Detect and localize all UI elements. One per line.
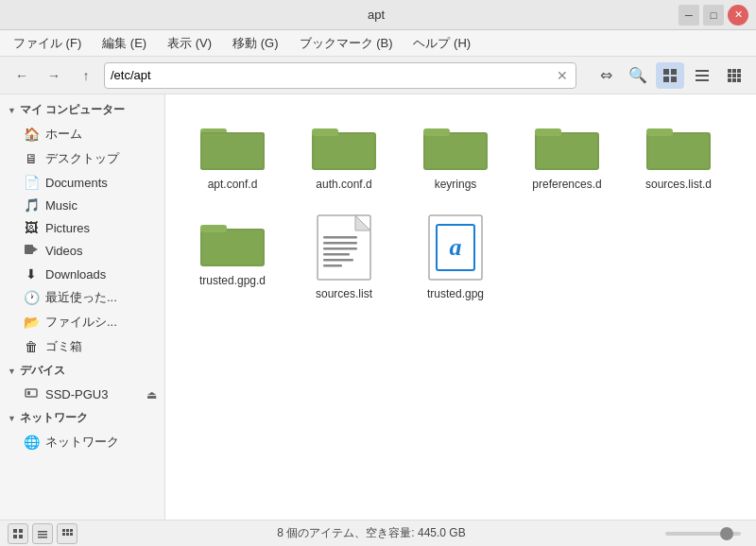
file-item-trusted-gpg-d[interactable]: trusted.gpg.d — [180, 206, 284, 308]
status-bar: 8 個のアイテム、空き容量: 445.0 GB — [0, 520, 756, 546]
svg-rect-4 — [696, 70, 709, 72]
svg-rect-41 — [323, 236, 357, 239]
svg-rect-38 — [202, 230, 263, 264]
file-label-trusted-gpg-d: trusted.gpg.d — [199, 274, 266, 287]
sidebar-section-network[interactable]: ▼ ネットワーク — [0, 406, 164, 430]
file-item-preferences-d[interactable]: preferences.d — [515, 110, 619, 198]
svg-rect-10 — [728, 74, 731, 77]
minimize-button[interactable]: ─ — [679, 5, 699, 26]
sidebar-item-music[interactable]: 🎵 Music — [0, 194, 164, 216]
section-triangle-computer: ▼ — [8, 106, 16, 115]
window-controls: ─ □ ✕ — [679, 5, 748, 26]
svg-rect-42 — [323, 242, 357, 245]
file-item-trusted-gpg[interactable]: a trusted.gpg — [404, 206, 507, 308]
sidebar-item-recent[interactable]: 🕐 最近使った... — [0, 285, 164, 310]
section-triangle-devices: ▼ — [8, 367, 16, 376]
sidebar-section-devices[interactable]: ▼ デバイス — [0, 359, 164, 383]
sidebar-item-pictures[interactable]: 🖼 Pictures — [0, 216, 164, 239]
file-item-apt-conf-d[interactable]: apt.conf.d — [180, 110, 284, 198]
main-layout: ▼ マイ コンピューター 🏠 ホーム 🖥 デスクトップ 📄 Documents … — [0, 94, 756, 520]
status-btn-3[interactable] — [57, 523, 77, 544]
sidebar-section-computer[interactable]: ▼ マイ コンピューター — [0, 98, 164, 122]
svg-text:a: a — [450, 233, 462, 261]
status-btn-1[interactable] — [8, 523, 28, 544]
file-item-keyrings[interactable]: keyrings — [404, 110, 507, 198]
menu-item-edit[interactable]: 編集 (E) — [93, 32, 156, 55]
eject-button[interactable]: ⏏ — [146, 388, 157, 401]
file-label-keyrings: keyrings — [435, 178, 477, 191]
svg-rect-53 — [19, 535, 23, 538]
menu-item-file[interactable]: ファイル (F) — [4, 32, 91, 55]
zoom-thumb[interactable] — [720, 527, 733, 540]
trash-icon: 🗑 — [23, 339, 40, 354]
svg-rect-61 — [66, 533, 69, 536]
svg-rect-57 — [62, 529, 65, 532]
svg-rect-43 — [323, 247, 357, 250]
menu-item-move[interactable]: 移動 (G) — [223, 32, 287, 55]
sidebar-item-videos[interactable]: Videos — [0, 239, 164, 263]
sidebar-item-trash[interactable]: 🗑 ゴミ箱 — [0, 334, 164, 359]
status-bar-text: 8 個のアイテム、空き容量: 445.0 GB — [85, 525, 658, 541]
file-label-auth-conf-d: auth.conf.d — [316, 178, 371, 191]
document-icon-sources-list — [316, 213, 372, 282]
folder-icon-keyrings — [421, 117, 490, 174]
file-item-sources-list[interactable]: sources.list — [292, 206, 396, 308]
menu-item-bookmark[interactable]: ブックマーク (B) — [290, 32, 403, 55]
section-triangle-network: ▼ — [8, 414, 16, 423]
sidebar-item-network[interactable]: 🌐 ネットワーク — [0, 430, 164, 454]
svg-rect-55 — [38, 534, 47, 536]
grid-view-button[interactable] — [656, 62, 684, 89]
svg-rect-3 — [671, 77, 677, 82]
svg-rect-7 — [728, 69, 731, 73]
folder-icon-trusted-gpg-d — [198, 213, 266, 270]
folder-icon-preferences-d — [533, 117, 601, 174]
status-bar-left — [8, 523, 77, 544]
menu-item-view[interactable]: 表示 (V) — [158, 32, 221, 55]
maximize-button[interactable]: □ — [703, 5, 724, 26]
svg-rect-23 — [202, 134, 263, 168]
svg-rect-0 — [663, 69, 669, 75]
ssd-icon — [23, 386, 40, 402]
network-icon: 🌐 — [23, 435, 40, 450]
address-input[interactable] — [111, 68, 555, 82]
svg-rect-5 — [696, 75, 709, 77]
sidebar-item-ssd[interactable]: SSD-PGU3 ⏏ — [0, 383, 164, 406]
svg-rect-2 — [663, 77, 669, 82]
address-clear-button[interactable]: ✕ — [555, 66, 570, 85]
svg-rect-14 — [732, 78, 736, 82]
svg-marker-17 — [33, 247, 38, 252]
sidebar-section-network-label: ネットワーク — [20, 410, 88, 426]
svg-rect-51 — [19, 529, 23, 533]
file-item-sources-list-d[interactable]: sources.list.d — [627, 110, 730, 198]
svg-rect-45 — [323, 259, 353, 262]
list-view-button[interactable] — [688, 62, 716, 89]
sidebar-item-ssd-label: SSD-PGU3 — [45, 387, 108, 401]
downloads-icon: ⬇ — [23, 266, 40, 282]
zoom-slider[interactable] — [665, 532, 741, 536]
back-button[interactable]: ← — [8, 62, 36, 89]
search-button[interactable]: 🔍 — [624, 62, 652, 89]
sidebar-item-desktop[interactable]: 🖥 デスクトップ — [0, 146, 164, 171]
sidebar-item-downloads[interactable]: ⬇ Downloads — [0, 263, 164, 285]
up-button[interactable]: ↑ — [72, 62, 100, 89]
sidebar-item-filesystem[interactable]: 📂 ファイルシ... — [0, 310, 164, 334]
close-button[interactable]: ✕ — [728, 5, 748, 26]
sidebar-item-documents[interactable]: 📄 Documents — [0, 171, 164, 194]
sidebar-item-home[interactable]: 🏠 ホーム — [0, 122, 164, 146]
tile-view-button[interactable] — [720, 62, 748, 89]
file-item-auth-conf-d[interactable]: auth.conf.d — [292, 110, 396, 198]
svg-rect-15 — [737, 78, 741, 82]
sidebar-item-documents-label: Documents — [45, 176, 108, 190]
recent-icon: 🕐 — [23, 290, 40, 305]
menu-item-help[interactable]: ヘルプ (H) — [404, 32, 480, 55]
sidebar-item-recent-label: 最近使った... — [45, 289, 117, 306]
forward-button[interactable]: → — [40, 62, 68, 89]
status-btn-2[interactable] — [32, 523, 53, 544]
title-bar: apt ─ □ ✕ — [0, 0, 756, 30]
location-toggle-button[interactable]: ⇔ — [592, 62, 620, 89]
pictures-icon: 🖼 — [23, 220, 40, 235]
filesystem-icon: 📂 — [23, 315, 40, 330]
folder-icon-auth-conf-d — [310, 117, 378, 174]
desktop-icon: 🖥 — [23, 151, 40, 166]
home-icon: 🏠 — [23, 127, 40, 142]
